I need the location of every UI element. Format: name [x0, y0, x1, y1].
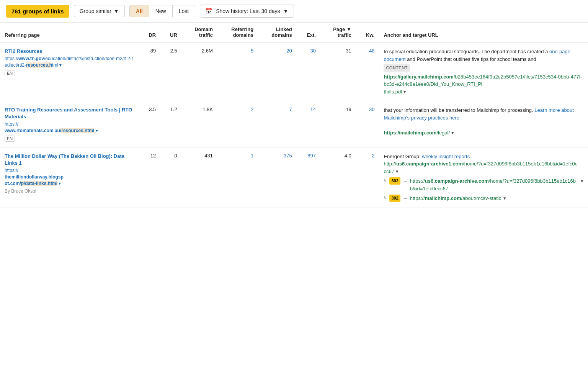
language-badge: EN: [5, 136, 15, 142]
dr-value: 89: [139, 42, 161, 101]
col-referring-page: Referring page: [0, 23, 139, 42]
filter-lost-button[interactable]: Lost: [172, 5, 195, 17]
groups-count-badge: 761 groups of links: [6, 5, 69, 18]
url-domain: www.rtomaterials.com.au: [5, 128, 60, 133]
table-header-row: Referring page DR UR Domaintraffic Refer…: [0, 23, 588, 42]
url-highlight: /resources.html: [60, 128, 94, 133]
anchor-text: to special education procedural safeguar…: [384, 49, 549, 54]
chevron-down-icon: ▼: [114, 8, 119, 14]
calendar-icon: 📅: [206, 8, 213, 15]
anchor-url-cell: that your information will be transferre…: [379, 101, 588, 147]
linked-domains-value[interactable]: 20: [258, 42, 297, 101]
url-prefix: https://: [5, 168, 18, 173]
referring-page-url[interactable]: https://www.rtomaterials.com.au/resource…: [5, 121, 135, 134]
anchor-text: Energent Group:: [384, 154, 422, 159]
page-traffic-value: 19: [320, 101, 356, 147]
referring-page-title[interactable]: RTI2 Resources: [5, 48, 135, 55]
group-similar-label: Group similar: [80, 8, 111, 14]
referring-page-title[interactable]: RTO Training Resources and Assessment To…: [5, 106, 135, 120]
referring-page-title[interactable]: The Million Dollar Way (The Bakken Oil B…: [5, 153, 135, 167]
show-history-button[interactable]: 📅 Show history: Last 30 days ▼: [200, 5, 294, 18]
url-highlight: /p/data-links.html: [20, 181, 57, 186]
target-url[interactable]: https://gallery.mailchimp.com/b28b453ee1…: [384, 74, 582, 95]
url-prefix: https://: [5, 121, 18, 127]
ur-value: 2.5: [160, 42, 182, 101]
page-traffic-value: 31: [320, 42, 356, 101]
history-label: Show history: Last 30 days: [216, 8, 280, 14]
anchor-url-cell: to special education procedural safeguar…: [379, 42, 588, 101]
col-dr: DR: [139, 23, 161, 42]
url-dropdown[interactable]: ▾: [59, 181, 61, 186]
linked-domains-value[interactable]: 7: [258, 101, 297, 147]
linked-domains-value[interactable]: 375: [258, 147, 297, 208]
content-badge: CONTENT: [384, 64, 410, 72]
col-ur: UR: [160, 23, 182, 42]
dr-value: 12: [139, 147, 161, 208]
kw-value[interactable]: 48: [356, 42, 379, 101]
domain-traffic-value: 2.6M: [182, 42, 217, 101]
url-prefix: https://: [5, 56, 18, 61]
url-dropdown[interactable]: tml ▾: [52, 62, 62, 68]
main-table-wrapper: Referring page DR UR Domaintraffic Refer…: [0, 23, 588, 208]
ur-value: 1.2: [160, 101, 182, 147]
col-anchor-url: Anchor and target URL: [379, 23, 588, 42]
col-referring-domains[interactable]: Referringdomains: [217, 23, 258, 42]
anchor-link[interactable]: weekly insight reports: [422, 154, 470, 159]
col-kw[interactable]: Kw.: [356, 23, 379, 42]
ext-value[interactable]: 14: [297, 101, 320, 147]
url-dropdown-redirect1[interactable]: ▾: [581, 177, 583, 185]
dr-value: 3.5: [139, 101, 161, 147]
referring-domains-value[interactable]: 2: [217, 101, 258, 147]
url-dropdown[interactable]: ▾: [96, 128, 98, 133]
anchor-text2: .: [471, 154, 473, 159]
group-similar-button[interactable]: Group similar ▼: [74, 5, 125, 17]
target-url[interactable]: https://mailchimp.com/legal/: [384, 130, 450, 136]
redirect-row-1: ↳ 302 → https://us6.campaign-archive.com…: [384, 177, 583, 192]
url-highlight: resources.h: [26, 62, 52, 68]
col-linked-domains[interactable]: Linkeddomains: [258, 23, 297, 42]
kw-value[interactable]: 30: [356, 101, 379, 147]
filter-all-button[interactable]: All: [130, 5, 149, 17]
anchor-text2: and PowerPoint that outlines five tips f…: [407, 56, 536, 62]
page-traffic-value: 4.0: [320, 147, 356, 208]
backlinks-table: Referring page DR UR Domaintraffic Refer…: [0, 23, 588, 208]
redirect-row-2: ↳ 302 → https://mailchimp.com/about/mcsv…: [384, 195, 583, 202]
chevron-down-icon: ▼: [283, 8, 289, 14]
author-label: By Bruce Oksol: [5, 188, 135, 194]
url-domain: www.tn.gov: [18, 56, 44, 61]
anchor-url-cell: Energent Group: weekly insight reports .…: [379, 147, 588, 208]
language-badge: EN: [5, 70, 15, 76]
ur-value: 0: [160, 147, 182, 208]
col-ext[interactable]: Ext.: [297, 23, 320, 42]
redirect-badge-2: 302: [389, 195, 400, 202]
url-dropdown-redirect2[interactable]: ▾: [503, 195, 506, 202]
referring-domains-value[interactable]: 5: [217, 42, 258, 101]
col-domain-traffic[interactable]: Domaintraffic: [182, 23, 217, 42]
toolbar: 761 groups of links Group similar ▼ All …: [0, 0, 588, 23]
target-url[interactable]: http://us6.campaign-archive1.com/home/?u…: [384, 161, 578, 174]
kw-value[interactable]: 2: [356, 147, 379, 208]
redirect-arrow-icon: ↳: [384, 177, 387, 184]
domain-traffic-value: 1.8K: [182, 101, 217, 147]
url-dropdown-anchor[interactable]: ▾: [451, 130, 454, 136]
ext-value[interactable]: 897: [297, 147, 320, 208]
redirect-url-1[interactable]: https://us6.campaign-archive.com/home/?u…: [410, 177, 578, 192]
filter-new-button[interactable]: New: [149, 5, 172, 17]
redirect-arrow: →: [403, 177, 408, 185]
url-dropdown-anchor[interactable]: ▾: [403, 89, 406, 95]
url-dropdown-anchor[interactable]: ▾: [396, 169, 399, 174]
redirect-badge: 302: [389, 177, 400, 185]
table-row: The Million Dollar Way (The Bakken Oil B…: [0, 147, 588, 208]
table-row: RTI2 Resourceshttps://www.tn.gov/educati…: [0, 42, 588, 101]
col-page-traffic[interactable]: Page ▼traffic: [320, 23, 356, 42]
domain-traffic-value: 431: [182, 147, 217, 208]
table-row: RTO Training Resources and Assessment To…: [0, 101, 588, 147]
ext-value[interactable]: 30: [297, 42, 320, 101]
anchor-text: that your information will be transferre…: [384, 107, 534, 113]
redirect-arrow-2: →: [403, 195, 408, 202]
referring-page-url[interactable]: https://themilliondollarway.blogspot.com…: [5, 167, 135, 187]
referring-page-url[interactable]: https://www.tn.gov/education/districts/i…: [5, 56, 135, 69]
redirect-url-2[interactable]: https://mailchimp.com/about/mcsv-static: [410, 195, 501, 202]
redirect-arrow-icon-2: ↳: [384, 195, 387, 201]
referring-domains-value[interactable]: 1: [217, 147, 258, 208]
